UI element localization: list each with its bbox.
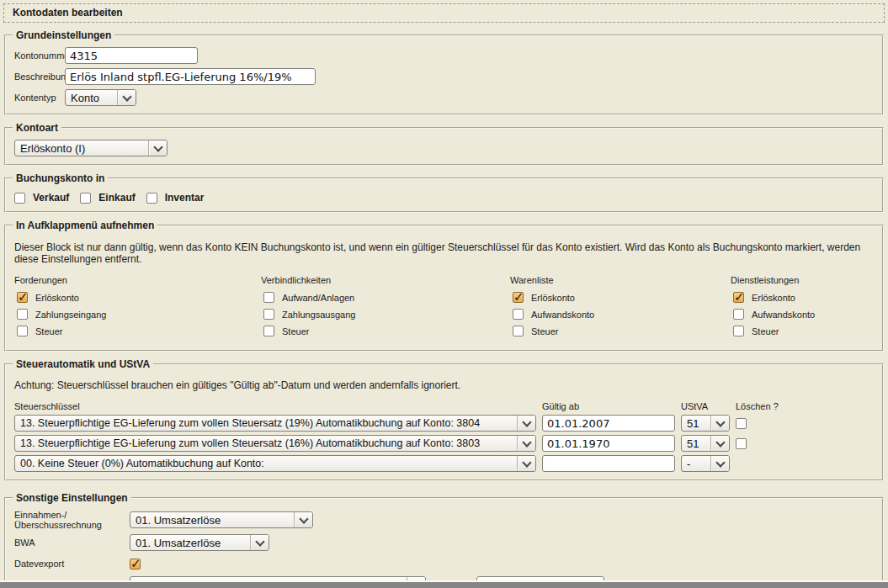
steuerschluessel-select-2[interactable]: 13. Steuerpflichtige EG-Lieferung zum vo… <box>14 435 536 452</box>
chevron-down-icon <box>517 416 535 431</box>
chevron-down-icon <box>517 456 535 471</box>
verbindlichkeiten-steuer-checkbox[interactable] <box>263 326 274 336</box>
section-grundeinstellungen: Grundeinstellungen Kontonummer Beschreib… <box>4 29 884 115</box>
chevron-down-icon <box>710 436 729 451</box>
steuerschluessel-select-3[interactable]: 00. Keine Steuer (0%) Automatikbuchung a… <box>14 455 536 472</box>
kontonummer-input[interactable] <box>65 47 198 64</box>
gueltig-ab-input-1[interactable] <box>542 415 675 432</box>
col-header-steuerschluessel: Steuerschlüssel <box>14 401 536 411</box>
checkbox-label: Steuer <box>282 326 309 336</box>
column-warenliste: Warenliste Erlöskonto Aufwandskonto Steu… <box>510 275 731 342</box>
beschreibung-label: Beschreibung <box>14 72 65 82</box>
checkbox-label: Erlöskonto <box>35 293 79 303</box>
ustva-select-3[interactable]: - <box>681 455 730 472</box>
gueltig-ab-input-2[interactable] <box>542 435 675 452</box>
gueltig-ab-input-3[interactable] <box>542 455 675 472</box>
verkauf-checkbox[interactable] <box>14 193 25 204</box>
checkbox-label: Erlöskonto <box>531 293 575 303</box>
section-aufklappmenu: In Aufklappmenü aufnehmen Dieser Block i… <box>4 220 884 352</box>
section-kontoart-legend: Kontoart <box>13 122 61 134</box>
checkbox-label: Steuer <box>531 326 558 336</box>
col-header-gueltig-ab: Gültig ab <box>542 401 675 411</box>
bwa-select[interactable]: 01. Umsatzerlöse <box>130 534 269 551</box>
steuerschluessel-select-1[interactable]: 13. Steuerpflichtige EG-Lieferung zum vo… <box>14 415 536 432</box>
euer-select[interactable]: 01. Umsatzerlöse <box>130 511 313 528</box>
dienstleistungen-erloeskonto-checkbox[interactable] <box>733 292 744 303</box>
page-title-box: Kontodaten bearbeiten <box>3 3 885 23</box>
checkbox-label: Erlöskonto <box>752 293 795 303</box>
bottom-scrollbar[interactable] <box>0 582 888 588</box>
ustva-select-2[interactable]: 51 <box>681 435 730 452</box>
warenliste-steuer-checkbox[interactable] <box>513 326 524 336</box>
loeschen-checkbox-1[interactable] <box>736 418 747 429</box>
inventar-label: Inventar <box>165 192 205 204</box>
inventar-checkbox[interactable] <box>146 193 157 204</box>
checkbox-label: Steuer <box>752 326 779 336</box>
warenliste-erloeskonto-checkbox[interactable] <box>513 292 524 303</box>
verbindlichkeiten-zahlungsausgang-checkbox[interactable] <box>263 309 274 320</box>
section-buchungskonto-legend: Buchungskonto in <box>13 172 108 184</box>
ustva-select-1[interactable]: 51 <box>681 415 730 432</box>
col-header-loeschen: Löschen ? <box>736 401 875 411</box>
column-forderungen: Forderungen Erlöskonto Zahlungseingang S… <box>14 275 261 342</box>
verkauf-label: Verkauf <box>33 192 69 204</box>
forderungen-steuer-checkbox[interactable] <box>17 326 28 336</box>
section-aufklappmenu-legend: In Aufklappmenü aufnehmen <box>13 220 157 231</box>
column-dienstleistungen: Dienstleistungen Erlöskonto Aufwandskont… <box>731 275 875 342</box>
chevron-down-icon <box>250 535 269 550</box>
column-verbindlichkeiten: Verbindlichkeiten Aufwand/Anlagen Zahlun… <box>261 275 510 342</box>
kontoart-select[interactable]: Erlöskonto (I) <box>14 140 167 156</box>
steuerautomatik-warning: Achtung: Steuerschlüssel brauchen ein gü… <box>14 379 875 391</box>
euer-label: Einnahmen-/Überschussrechnung <box>14 510 130 530</box>
column-header: Warenliste <box>510 275 731 285</box>
dienstleistungen-steuer-checkbox[interactable] <box>733 326 744 336</box>
column-header: Verbindlichkeiten <box>261 275 510 285</box>
chevron-down-icon <box>710 416 729 431</box>
checkbox-label: Aufwandskonto <box>752 310 815 320</box>
checkbox-label: Zahlungsausgang <box>282 310 355 320</box>
chevron-down-icon <box>148 140 167 156</box>
checkbox-label: Steuer <box>35 326 62 336</box>
page-title: Kontodaten bearbeiten <box>13 7 123 19</box>
einkauf-checkbox[interactable] <box>80 193 91 204</box>
aufklappmenu-note: Dieser Block ist nur dann gültig, wenn d… <box>14 241 875 265</box>
dienstleistungen-aufwandskonto-checkbox[interactable] <box>733 309 744 320</box>
verbindlichkeiten-aufwand-checkbox[interactable] <box>263 292 274 303</box>
beschreibung-input[interactable] <box>65 68 316 85</box>
kontentyp-label: Kontentyp <box>14 93 65 103</box>
column-header: Dienstleistungen <box>731 275 875 285</box>
checkbox-label: Zahlungseingang <box>35 310 106 320</box>
kontentyp-select[interactable]: Konto <box>65 89 136 106</box>
section-buchungskonto: Buchungskonto in Verkauf Einkauf Inventa… <box>4 172 884 213</box>
forderungen-zahlungseingang-checkbox[interactable] <box>17 309 28 320</box>
checkbox-label: Aufwand/Anlagen <box>282 293 354 303</box>
einkauf-label: Einkauf <box>98 192 135 204</box>
chevron-down-icon <box>710 456 729 471</box>
section-kontoart: Kontoart Erlöskonto (I) <box>4 122 884 166</box>
chevron-down-icon <box>294 512 312 527</box>
checkbox-label: Aufwandskonto <box>531 310 594 320</box>
section-steuerautomatik: Steuerautomatik und UStVA Achtung: Steue… <box>4 358 884 481</box>
chevron-down-icon <box>517 436 535 451</box>
loeschen-checkbox-2[interactable] <box>736 438 747 449</box>
section-steuerautomatik-legend: Steuerautomatik und UStVA <box>13 358 153 370</box>
kontonummer-label: Kontonummer <box>14 50 65 61</box>
section-sonstige-legend: Sonstige Einstellungen <box>13 492 131 504</box>
warenliste-aufwandskonto-checkbox[interactable] <box>513 309 524 320</box>
datevexport-label: Datevexport <box>14 559 130 569</box>
datevexport-checkbox[interactable] <box>130 559 141 569</box>
section-sonstige: Sonstige Einstellungen Einnahmen-/Übersc… <box>4 492 884 588</box>
forderungen-erloeskonto-checkbox[interactable] <box>17 292 28 303</box>
col-header-ustva: UStVA <box>681 401 730 411</box>
bwa-label: BWA <box>14 538 130 548</box>
section-grundeinstellungen-legend: Grundeinstellungen <box>13 29 114 41</box>
chevron-down-icon <box>117 90 136 105</box>
column-header: Forderungen <box>14 275 261 285</box>
